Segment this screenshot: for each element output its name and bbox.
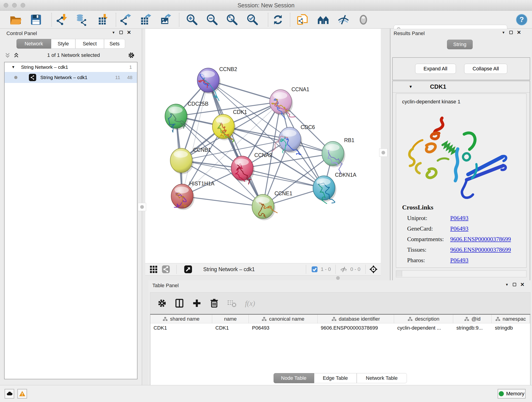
- section-expand-arrow[interactable]: ▼: [409, 85, 413, 89]
- close-panel-icon[interactable]: ✕: [517, 31, 521, 34]
- table-cell[interactable]: CDK1: [212, 323, 249, 332]
- column-header-name[interactable]: name: [212, 315, 249, 323]
- table-cell[interactable]: 9606.ENSP00000378699: [317, 323, 394, 332]
- show-hide-icon[interactable]: [337, 13, 350, 26]
- float-panel-icon[interactable]: [513, 283, 516, 286]
- node-label: CCNA2: [254, 152, 272, 158]
- export-network-icon[interactable]: [120, 13, 132, 26]
- column-header-database-identifier[interactable]: database identifier: [317, 315, 394, 323]
- close-panel-icon[interactable]: ✕: [520, 283, 525, 286]
- collapse-panel-icon[interactable]: ▼: [505, 283, 509, 287]
- zoom-fit-icon[interactable]: [226, 13, 238, 26]
- crosslinks-title: CrossLinks: [402, 204, 511, 211]
- network-node-CDK1[interactable]: CDK1: [212, 109, 247, 142]
- float-panel-icon[interactable]: [119, 31, 123, 34]
- crosslink-link[interactable]: P06493: [450, 257, 468, 264]
- tab-string[interactable]: String: [447, 40, 473, 49]
- delete-column-icon[interactable]: [209, 298, 220, 308]
- warning-icon[interactable]: [17, 389, 27, 399]
- detach-view-icon[interactable]: [184, 265, 193, 274]
- zoom-selected-icon[interactable]: [246, 13, 259, 26]
- network-edge[interactable]: [208, 80, 263, 206]
- tab-style[interactable]: Style: [51, 39, 75, 49]
- right-splitter-handle[interactable]: [379, 148, 387, 157]
- crosslink-link[interactable]: 9606.ENSP00000378699: [450, 246, 511, 253]
- column-header-namespac[interactable]: namespac: [492, 315, 530, 323]
- refresh-icon[interactable]: [272, 13, 284, 26]
- left-splitter-handle[interactable]: [138, 203, 146, 211]
- expand-all-button[interactable]: Expand All: [415, 64, 456, 74]
- string-view-icon[interactable]: [161, 265, 171, 274]
- crosslink-link[interactable]: P06493: [450, 215, 468, 222]
- network-node-CDKN1A[interactable]: CDKN1A: [313, 172, 356, 204]
- tab-node-table[interactable]: Node Table: [273, 373, 314, 383]
- network-view-title: String Network – cdk1: [203, 266, 255, 273]
- birds-eye-view-icon[interactable]: [369, 265, 378, 274]
- column-header--id[interactable]: @id: [453, 315, 492, 323]
- network-canvas[interactable]: CCNB2CCNA1CDC25BCDK1CDC6RB1CCNB1CCNA2CDK…: [145, 29, 381, 263]
- column-header-shared-name[interactable]: shared name: [150, 315, 212, 323]
- protein-section-header[interactable]: ▼ CDK1: [393, 81, 530, 93]
- collapse-panel-icon[interactable]: ▼: [502, 31, 505, 34]
- network-node-RB1[interactable]: RB1: [322, 137, 355, 174]
- zoom-out-icon[interactable]: [206, 13, 218, 26]
- zoom-in-icon[interactable]: [186, 13, 198, 26]
- column-header-canonical-name[interactable]: canonical name: [249, 315, 317, 323]
- import-table-icon[interactable]: [96, 13, 108, 26]
- export-table-icon[interactable]: [140, 13, 152, 26]
- crosslink-link[interactable]: P06493: [450, 225, 468, 232]
- hidden-eye-icon[interactable]: [339, 265, 348, 273]
- first-neighbors-icon[interactable]: [317, 13, 329, 26]
- selected-checkbox-icon[interactable]: [311, 266, 318, 273]
- tab-select[interactable]: Select: [75, 39, 104, 49]
- duplicate-network-icon[interactable]: [297, 13, 309, 26]
- import-database-icon[interactable]: [75, 13, 88, 26]
- network-node-CCNB1[interactable]: CCNB1: [170, 147, 211, 174]
- collapse-all-networks-icon[interactable]: [13, 52, 20, 59]
- expand-all-networks-icon[interactable]: [4, 52, 11, 59]
- table-cell[interactable]: stringdb: [492, 323, 530, 332]
- network-options-gear-icon[interactable]: [127, 51, 135, 59]
- collapse-all-button[interactable]: Collapse All: [464, 64, 507, 74]
- tab-edge-table[interactable]: Edge Table: [314, 373, 357, 383]
- gear-icon[interactable]: [157, 298, 167, 308]
- network-node-HIST1H1A[interactable]: HIST1H1A: [171, 181, 215, 210]
- import-network-icon[interactable]: [56, 13, 68, 26]
- node-label: HIST1H1A: [189, 181, 215, 186]
- tab-network-table[interactable]: Network Table: [357, 373, 407, 383]
- help-icon[interactable]: ?: [515, 13, 528, 26]
- horizontal-splitter-handle[interactable]: [336, 276, 340, 280]
- preview-icon[interactable]: [357, 13, 370, 26]
- float-panel-icon[interactable]: [509, 31, 513, 34]
- save-session-icon[interactable]: [30, 13, 42, 26]
- export-image-icon[interactable]: [160, 13, 172, 26]
- table-row[interactable]: CDK1CDK1P064939606.ENSP00000378699cyclin…: [150, 323, 530, 332]
- network-row[interactable]: String Network – cdk1 11 48: [5, 72, 137, 83]
- add-column-icon[interactable]: [191, 298, 202, 308]
- tab-network[interactable]: Network: [17, 39, 51, 49]
- function-builder-icon[interactable]: f(x): [244, 298, 261, 308]
- close-panel-icon[interactable]: ✕: [127, 31, 131, 34]
- memory-button[interactable]: Memory: [498, 389, 526, 399]
- open-session-icon[interactable]: [10, 13, 22, 26]
- split-columns-icon[interactable]: [174, 298, 185, 308]
- network-collection-row[interactable]: ▼ String Network – cdk1 1: [5, 62, 137, 72]
- table-cell[interactable]: stringdb:9...: [453, 323, 492, 332]
- table-cell[interactable]: CDK1: [150, 323, 212, 332]
- clear-table-icon[interactable]: [226, 298, 237, 308]
- table-cell[interactable]: cyclin-dependent ...: [394, 323, 453, 332]
- collapse-panel-icon[interactable]: ▼: [112, 31, 115, 34]
- tab-sets[interactable]: Sets: [104, 39, 125, 49]
- structure-image: [405, 112, 511, 201]
- toolbar-divider: [51, 13, 52, 27]
- column-header-description[interactable]: description: [394, 315, 453, 323]
- table-cell[interactable]: P06493: [249, 323, 317, 332]
- cloud-icon[interactable]: [5, 389, 14, 399]
- collection-expand-arrow[interactable]: ▼: [12, 65, 15, 69]
- results-scrollbar[interactable]: [396, 270, 526, 277]
- crosslink-link[interactable]: 9606.ENSP00000378699: [450, 236, 511, 243]
- grid-view-icon[interactable]: [149, 265, 158, 274]
- memory-status-dot: [499, 391, 504, 396]
- network-node-CDC6[interactable]: CDC6: [272, 124, 315, 154]
- network-node-CCNA1[interactable]: CCNA1: [270, 86, 309, 119]
